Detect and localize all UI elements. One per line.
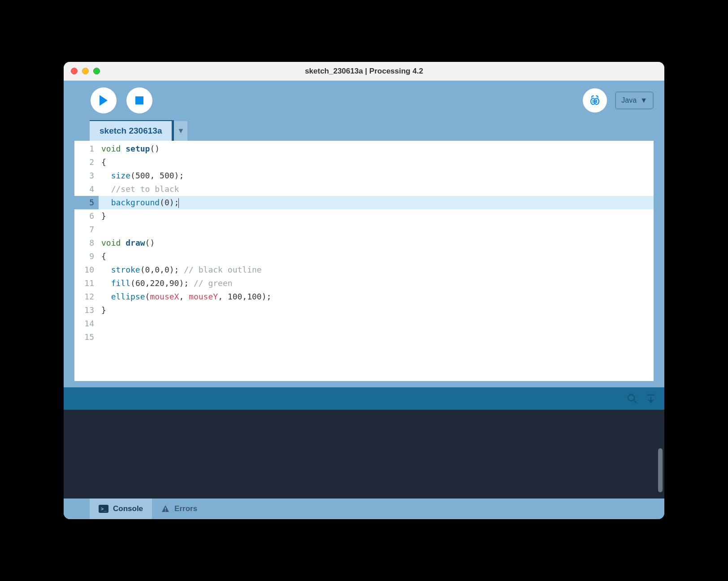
line-number: 7 bbox=[74, 223, 99, 236]
app-window: sketch_230613a | Processing 4.2 bbox=[64, 62, 664, 519]
bottom-tabbar: >_ Console Errors bbox=[64, 499, 664, 519]
code-area[interactable]: void setup(){ size(500, 500); //set to b… bbox=[99, 141, 654, 381]
console-tab[interactable]: >_ Console bbox=[90, 499, 152, 519]
line-number: 8 bbox=[74, 236, 99, 250]
errors-tab[interactable]: Errors bbox=[152, 499, 206, 519]
tab-label: sketch 230613a bbox=[100, 126, 162, 136]
line-number: 14 bbox=[74, 317, 99, 330]
line-number: 5 bbox=[74, 196, 99, 209]
stop-icon bbox=[135, 96, 144, 105]
mode-label: Java bbox=[621, 96, 637, 104]
editor-container: 123456789101112131415 void setup(){ size… bbox=[64, 141, 664, 387]
sketch-tabbar: sketch 230613a ▼ bbox=[64, 120, 664, 141]
code-line[interactable]: } bbox=[99, 304, 654, 317]
close-window-button[interactable] bbox=[71, 68, 78, 74]
console-tab-label: Console bbox=[113, 504, 143, 513]
svg-rect-0 bbox=[135, 96, 143, 104]
chevron-down-icon: ▼ bbox=[640, 96, 647, 104]
console-icon: >_ bbox=[99, 505, 108, 513]
line-number: 10 bbox=[74, 263, 99, 277]
line-number: 15 bbox=[74, 330, 99, 344]
tab-menu-button[interactable]: ▼ bbox=[174, 120, 187, 141]
play-icon bbox=[99, 95, 108, 106]
svg-rect-9 bbox=[165, 511, 166, 512]
line-number: 6 bbox=[74, 209, 99, 223]
code-line[interactable] bbox=[99, 317, 654, 330]
code-line[interactable] bbox=[99, 223, 654, 236]
traffic-lights bbox=[71, 68, 100, 74]
errors-tab-label: Errors bbox=[174, 504, 197, 513]
chevron-down-icon: ▼ bbox=[178, 127, 185, 135]
line-number: 12 bbox=[74, 290, 99, 304]
line-number: 1 bbox=[74, 142, 99, 156]
line-number-gutter: 123456789101112131415 bbox=[74, 141, 99, 381]
code-editor[interactable]: 123456789101112131415 void setup(){ size… bbox=[74, 141, 654, 381]
debug-button[interactable] bbox=[583, 88, 607, 113]
sketch-tab-active[interactable]: sketch 230613a bbox=[90, 120, 174, 141]
code-line[interactable]: fill(60,220,90); // green bbox=[99, 277, 654, 290]
code-line[interactable]: stroke(0,0,0); // black outline bbox=[99, 263, 654, 277]
mode-selector[interactable]: Java ▼ bbox=[615, 91, 654, 109]
code-line[interactable]: size(500, 500); bbox=[99, 169, 654, 182]
warning-icon bbox=[161, 504, 170, 513]
code-line[interactable]: { bbox=[99, 156, 654, 169]
svg-line-6 bbox=[633, 400, 636, 403]
code-line[interactable]: //set to black bbox=[99, 182, 654, 196]
scrollbar-thumb[interactable] bbox=[658, 448, 663, 492]
code-line[interactable] bbox=[99, 330, 654, 344]
maximize-window-button[interactable] bbox=[93, 68, 100, 74]
line-number: 11 bbox=[74, 277, 99, 290]
minimize-window-button[interactable] bbox=[82, 68, 89, 74]
code-line[interactable]: void draw() bbox=[99, 236, 654, 250]
code-line[interactable]: { bbox=[99, 250, 654, 263]
line-number: 9 bbox=[74, 250, 99, 263]
line-number: 2 bbox=[74, 156, 99, 169]
stop-button[interactable] bbox=[126, 87, 152, 113]
search-icon[interactable] bbox=[627, 393, 637, 404]
line-number: 13 bbox=[74, 304, 99, 317]
titlebar: sketch_230613a | Processing 4.2 bbox=[64, 62, 664, 81]
code-line[interactable]: } bbox=[99, 209, 654, 223]
code-line[interactable]: background(0); bbox=[99, 196, 654, 209]
toolbar: Java ▼ bbox=[64, 81, 664, 120]
console-output[interactable] bbox=[64, 410, 664, 499]
line-number: 3 bbox=[74, 169, 99, 182]
collapse-icon[interactable] bbox=[646, 393, 656, 404]
code-line[interactable]: void setup() bbox=[99, 142, 654, 156]
window-title: sketch_230613a | Processing 4.2 bbox=[64, 67, 664, 76]
status-bar bbox=[64, 387, 664, 410]
text-cursor bbox=[178, 198, 179, 208]
line-number: 4 bbox=[74, 182, 99, 196]
code-line[interactable]: ellipse(mouseX, mouseY, 100,100); bbox=[99, 290, 654, 304]
debug-icon bbox=[588, 94, 602, 107]
svg-rect-8 bbox=[165, 507, 166, 510]
run-button[interactable] bbox=[91, 87, 117, 113]
